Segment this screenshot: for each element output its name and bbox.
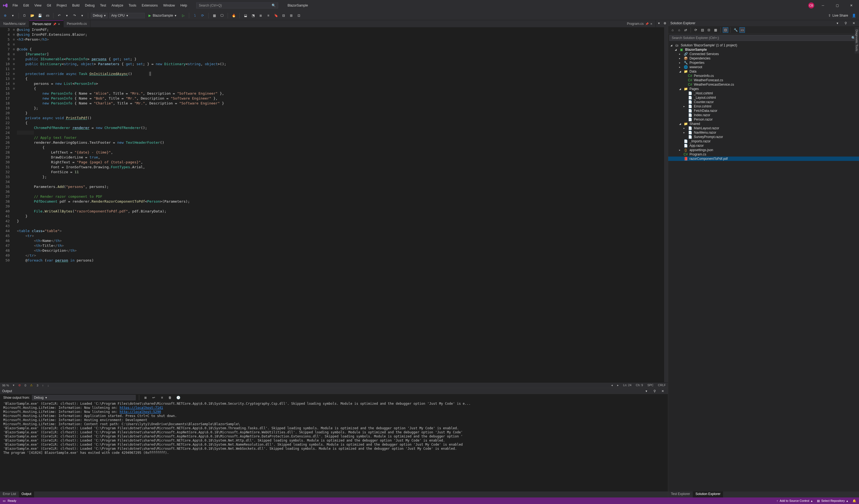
start-debug-button[interactable]: ▶ BlazorSample ▾: [146, 13, 179, 18]
menu-debug[interactable]: Debug: [82, 2, 97, 9]
code-editor[interactable]: 3 4 5 6 7 8 9 10 11 12 13 14 15 16 17 18…: [0, 27, 668, 382]
col-indicator[interactable]: Ch: 9: [636, 383, 643, 387]
close-icon[interactable]: ✕: [58, 22, 60, 26]
tree-item[interactable]: 📄_Layout.cshtml: [668, 95, 859, 100]
output-text[interactable]: 'BlazorSample.exe' (CoreCLR: clrhost): L…: [0, 401, 668, 491]
minimize-button[interactable]: ─: [817, 1, 828, 10]
solution-tree[interactable]: ◢🗂Solution 'BlazorSample' (1 of 1 projec…: [668, 42, 859, 491]
se-sync-icon[interactable]: ⟳: [693, 27, 698, 33]
user-icon[interactable]: 👤: [851, 13, 857, 18]
close-icon[interactable]: ✕: [650, 22, 652, 25]
tabwell-dd[interactable]: ▾: [656, 20, 662, 26]
tree-item[interactable]: ▸📄MainLayout.razor: [668, 126, 859, 130]
undo-button[interactable]: ↶: [56, 13, 62, 18]
tab-error-list[interactable]: Error List: [0, 491, 19, 498]
tree-item[interactable]: 📕razorComponentToPdf.pdf: [668, 157, 859, 161]
tree-item[interactable]: ▸🔗Connected Services: [668, 52, 859, 56]
step-over-button[interactable]: ⟳: [199, 13, 206, 18]
tree-item[interactable]: ▸{}appsettings.json: [668, 148, 859, 152]
zoom-level[interactable]: 96 %: [2, 384, 9, 387]
search-box[interactable]: Search (Ctrl+Q) 🔍: [196, 2, 278, 9]
se-pin-icon[interactable]: ⚲: [843, 20, 849, 26]
tree-item[interactable]: ◢▣BlazorSample: [668, 47, 859, 52]
nav-prev[interactable]: ◂: [611, 383, 613, 387]
tree-item[interactable]: ▸📦Dependencies: [668, 56, 859, 61]
tree-item[interactable]: ▸🌐wwwroot: [668, 65, 859, 69]
tree-item[interactable]: 📄_Host.cshtml: [668, 91, 859, 95]
tb-icon-5[interactable]: 🔖: [273, 13, 279, 18]
tb-icon-3[interactable]: ≣: [258, 13, 264, 18]
redo-button[interactable]: ↷: [72, 13, 77, 18]
tree-item[interactable]: ◢📁Shared: [668, 122, 859, 126]
vs-logo-icon[interactable]: [2, 2, 9, 9]
step-into-button[interactable]: ⤵: [192, 13, 198, 18]
undo-dd[interactable]: ▾: [64, 13, 70, 18]
tab-program[interactable]: Program.cs 📌 ✕: [624, 20, 656, 27]
nav-next[interactable]: ▸: [617, 383, 619, 387]
menu-edit[interactable]: Edit: [20, 2, 32, 9]
menu-git[interactable]: Git: [44, 2, 54, 9]
toolbox-icon[interactable]: ▦: [211, 13, 217, 18]
se-dd-icon[interactable]: ▾: [834, 20, 841, 26]
se-switch-icon[interactable]: ⇄: [683, 27, 689, 33]
tree-item[interactable]: C#WeatherForecastService.cs: [668, 82, 859, 87]
menu-test[interactable]: Test: [97, 2, 109, 9]
tree-item[interactable]: 📄FetchData.razor: [668, 109, 859, 113]
bell-icon[interactable]: 🔔: [853, 499, 856, 503]
tree-item[interactable]: 📄_Imports.razor: [668, 139, 859, 143]
menu-window[interactable]: Window: [161, 2, 178, 9]
fold-gutter[interactable]: ⊟ ⊟ ⊟ ⊟ ⊟ ⊟ ⊟ ⊟ ⊟ ⊟ ⊟ ⊟ ⊟: [13, 27, 17, 382]
menu-view[interactable]: View: [32, 2, 44, 9]
se-filter-icon[interactable]: ▤: [699, 27, 705, 33]
new-item-button[interactable]: 🗋: [21, 13, 28, 18]
menu-help[interactable]: Help: [178, 2, 190, 9]
output-wrap-icon[interactable]: ↩: [151, 395, 157, 400]
up-arrow-icon[interactable]: ↑: [42, 384, 44, 387]
tb-icon-1[interactable]: ⬓: [242, 13, 248, 18]
tree-item[interactable]: ▸🔧Properties: [668, 61, 859, 65]
diagnostic-tools-tab[interactable]: Diagnostic Tools: [855, 27, 859, 53]
tab-person[interactable]: Person.razor 📌 ✕: [29, 20, 64, 27]
output-from-dropdown[interactable]: Debug▾: [32, 395, 136, 400]
tree-item[interactable]: C#PersonInfo.cs: [668, 74, 859, 78]
tb-icon-4[interactable]: ≡: [265, 13, 271, 18]
platform-dropdown[interactable]: Any CPU▾: [109, 13, 145, 18]
tb-icon-6[interactable]: ⊟: [281, 13, 287, 18]
back-button[interactable]: ⊕: [2, 13, 8, 18]
hot-reload-icon[interactable]: 🔥: [231, 13, 237, 18]
tree-item[interactable]: 📄Person.razor: [668, 117, 859, 122]
tab-output[interactable]: Output: [19, 491, 34, 498]
tree-item[interactable]: 📄App.razor: [668, 143, 859, 148]
tree-item[interactable]: ◢🗂Solution 'BlazorSample' (1 of 1 projec…: [668, 43, 859, 47]
menu-file[interactable]: File: [10, 2, 20, 9]
select-repository[interactable]: ▤ Select Repository▴: [817, 499, 848, 503]
user-avatar[interactable]: CB: [808, 2, 814, 9]
scroll-overview[interactable]: [664, 27, 668, 382]
tab-solution-explorer[interactable]: Solution Explorer: [693, 491, 723, 498]
tab-navmenu[interactable]: NavMenu.razor: [0, 20, 29, 27]
tb-icon-7[interactable]: ⊞: [288, 13, 294, 18]
code-area[interactable]: @using IronPdf; @using IronPdf.Extension…: [17, 27, 664, 382]
menu-tools[interactable]: Tools: [126, 2, 139, 9]
live-share-button[interactable]: ⇪ Live Share: [828, 14, 848, 17]
tb-icon-8[interactable]: ⊡: [296, 13, 302, 18]
output-dropdown-icon[interactable]: ▾: [643, 388, 649, 394]
save-button[interactable]: 💾: [37, 13, 43, 18]
open-button[interactable]: 📂: [29, 13, 35, 18]
save-all-button[interactable]: 🗃: [45, 13, 50, 18]
se-collapse-icon[interactable]: ⊟: [706, 27, 712, 33]
output-clock-icon[interactable]: 🕓: [175, 395, 181, 400]
close-button[interactable]: ✕: [846, 1, 857, 10]
output-up-icon[interactable]: ≡: [159, 395, 165, 400]
eol-indicator[interactable]: CRLF: [658, 383, 666, 387]
maximize-button[interactable]: ▢: [832, 1, 843, 10]
output-close-icon[interactable]: ✕: [660, 388, 666, 394]
zoom-dd[interactable]: ▾: [13, 383, 14, 387]
add-source-control[interactable]: ↑ Add to Source Control▴: [777, 499, 813, 503]
menu-project[interactable]: Project: [54, 2, 69, 9]
tree-item[interactable]: 📄SurveyPrompt.razor: [668, 135, 859, 139]
menu-extensions[interactable]: Extensions: [139, 2, 161, 9]
menu-build[interactable]: Build: [70, 2, 82, 9]
line-indicator[interactable]: Ln: 24: [623, 383, 632, 387]
down-arrow-icon[interactable]: ↓: [47, 384, 49, 387]
